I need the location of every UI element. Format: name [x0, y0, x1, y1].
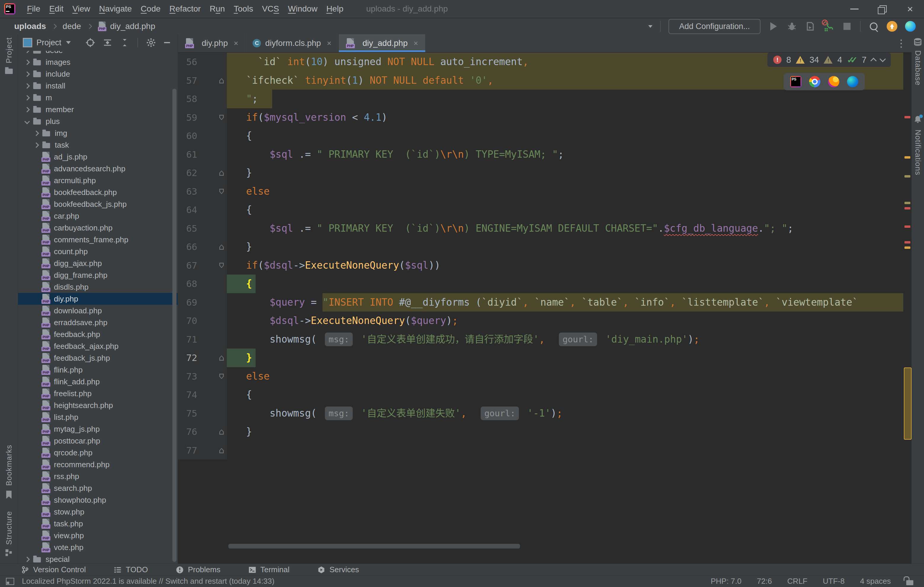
close-icon[interactable]: ×	[413, 39, 418, 48]
tree-item-flink_add.php[interactable]: PHPflink_add.php	[18, 376, 178, 388]
gear-icon[interactable]	[146, 38, 156, 47]
code-line-69[interactable]: 69 $query = "INSERT INTO #@__diyforms (`…	[178, 293, 903, 312]
previous-problem-icon[interactable]	[870, 58, 877, 64]
fold-marker-icon[interactable]: ⌂	[216, 256, 226, 275]
fold-marker-icon[interactable]: ⌂	[216, 71, 226, 90]
horizontal-scrollbar[interactable]	[228, 544, 520, 549]
project-panel-title[interactable]: Project	[36, 38, 61, 47]
breadcrumb-file[interactable]: diy_add.php	[110, 21, 155, 31]
chevron-down-icon[interactable]	[66, 41, 71, 44]
stripe-mark[interactable]	[904, 156, 910, 159]
code-line-71[interactable]: 71 showmsg( msg: '自定义表单创建成功，请自行添加字段', go…	[178, 330, 903, 349]
search-everywhere-icon[interactable]	[868, 21, 879, 32]
tree-item-qrcode.php[interactable]: PHPqrcode.php	[18, 447, 178, 459]
tree-item-stow.php[interactable]: PHPstow.php	[18, 506, 178, 518]
code-line-65[interactable]: 65 $sql .= " PRIMARY KEY (`id`)\r\n) ENG…	[178, 219, 903, 238]
tree-item-img[interactable]: img	[18, 127, 178, 139]
tool-button-problems[interactable]: Problems	[176, 565, 220, 574]
chevron-right-icon[interactable]	[24, 71, 30, 77]
menu-run[interactable]: Run	[205, 4, 229, 13]
tree-item-count.php[interactable]: PHPcount.php	[18, 245, 178, 257]
tree-item-comments_frame.php[interactable]: PHPcomments_frame.php	[18, 234, 178, 245]
vertical-scrollbar-thumb[interactable]	[904, 367, 912, 440]
menu-navigate[interactable]: Navigate	[95, 4, 137, 13]
tree-item-install[interactable]: install	[18, 80, 178, 92]
tree-item-view.php[interactable]: PHPview.php	[18, 529, 178, 541]
stop-button[interactable]	[842, 21, 852, 32]
code-line-70[interactable]: 70 $dsql->ExecuteNoneQuery($query);	[178, 312, 903, 330]
code-line-73[interactable]: 73⌂else	[178, 367, 903, 386]
coverage-icon[interactable]	[805, 21, 816, 32]
fold-marker-icon[interactable]: ⌂	[216, 182, 226, 201]
caret-position-widget[interactable]: 72:6	[757, 577, 772, 586]
php-version-widget[interactable]: PHP: 7.0	[711, 577, 742, 586]
tree-item-task[interactable]: task	[18, 139, 178, 151]
tree-item-bookfeedback_js.php[interactable]: PHPbookfeedback_js.php	[18, 198, 178, 210]
close-icon[interactable]: ×	[234, 39, 238, 48]
tool-button-todo[interactable]: TODO	[114, 565, 148, 574]
menu-code[interactable]: Code	[136, 4, 165, 13]
tool-window-switcher-icon[interactable]	[6, 578, 14, 585]
tree-item-bookfeedback.php[interactable]: PHPbookfeedback.php	[18, 186, 178, 198]
indent-widget[interactable]: 4 spaces	[860, 577, 891, 586]
menu-window[interactable]: Window	[284, 4, 322, 13]
stripe-mark[interactable]	[904, 247, 910, 249]
fold-marker-icon[interactable]: ⌂	[216, 349, 226, 367]
tree-item-search.php[interactable]: PHPsearch.php	[18, 482, 178, 494]
readonly-lock-icon[interactable]	[906, 580, 913, 585]
sidebar-item-structure[interactable]: Structure	[5, 511, 14, 557]
chevron-down-icon[interactable]	[24, 118, 30, 124]
chevron-right-icon[interactable]	[24, 107, 30, 112]
chrome-icon[interactable]	[809, 76, 820, 87]
tree-item-member[interactable]: member	[18, 104, 178, 115]
tree-item-ad_js.php[interactable]: PHPad_js.php	[18, 151, 178, 163]
menu-refactor[interactable]: Refactor	[165, 4, 205, 13]
stripe-mark[interactable]	[904, 241, 910, 243]
code-line-74[interactable]: 74{	[178, 385, 903, 404]
locate-file-icon[interactable]	[86, 38, 95, 47]
menu-tools[interactable]: Tools	[229, 4, 257, 13]
tree-item-carbuyaction.php[interactable]: PHPcarbuyaction.php	[18, 222, 178, 234]
fold-marker-icon[interactable]: ⌂	[216, 108, 226, 127]
tree-item-include[interactable]: include	[18, 68, 178, 80]
tree-item-recommend.php[interactable]: PHPrecommend.php	[18, 459, 178, 470]
chevron-right-icon[interactable]	[24, 83, 30, 89]
chevron-right-icon[interactable]	[33, 142, 39, 148]
tree-item-diy.php[interactable]: PHPdiy.php	[18, 293, 178, 305]
close-button[interactable]: ×	[896, 0, 924, 18]
tree-item-download.php[interactable]: PHPdownload.php	[18, 305, 178, 317]
code-line-64[interactable]: 64{	[178, 201, 903, 219]
menu-vcs[interactable]: VCS	[257, 4, 284, 13]
tool-button-services[interactable]: Services	[317, 565, 359, 574]
stripe-mark[interactable]	[904, 202, 910, 204]
breadcrumb-project[interactable]: uploads	[14, 21, 46, 31]
stripe-mark[interactable]	[904, 116, 910, 118]
tab-diyform.cls.php[interactable]: Cdiyform.cls.php×	[246, 35, 338, 52]
tree-item-freelist.php[interactable]: PHPfreelist.php	[18, 388, 178, 400]
menu-help[interactable]: Help	[322, 4, 348, 13]
project-tree-scrollbar[interactable]	[172, 89, 177, 562]
tool-button-terminal[interactable]: Terminal	[249, 565, 289, 574]
fold-marker-icon[interactable]: ⌂	[216, 238, 226, 256]
tree-item-vote.php[interactable]: PHPvote.php	[18, 541, 178, 553]
fold-marker-icon[interactable]: ⌂	[216, 423, 226, 441]
code-line-72[interactable]: 72⌂}	[178, 349, 903, 367]
tree-item-m[interactable]: m	[18, 92, 178, 104]
run-button[interactable]	[768, 21, 779, 32]
tool-button-version-control[interactable]: Version Control	[21, 565, 86, 574]
tab-diy.php[interactable]: PHPdiy.php×	[178, 35, 246, 52]
code-line-77[interactable]: 77⌂	[178, 441, 903, 460]
firefox-icon[interactable]	[828, 76, 839, 87]
tree-item-task.php[interactable]: PHPtask.php	[18, 518, 178, 529]
tree-item-feedback.php[interactable]: PHPfeedback.php	[18, 329, 178, 340]
sidebar-item-database[interactable]: Database	[913, 38, 922, 86]
close-icon[interactable]: ×	[327, 39, 332, 48]
code-line-76[interactable]: 76⌂}	[178, 423, 903, 441]
chevron-right-icon[interactable]	[24, 59, 30, 65]
tab-options-icon[interactable]: ⋮	[896, 37, 912, 49]
line-separator-widget[interactable]: CRLF	[787, 577, 807, 586]
tree-item-plus[interactable]: plus	[18, 115, 178, 127]
stripe-mark[interactable]	[904, 225, 910, 228]
jetbrains-gradient-icon[interactable]	[905, 21, 916, 32]
tree-item-flink.php[interactable]: PHPflink.php	[18, 364, 178, 376]
